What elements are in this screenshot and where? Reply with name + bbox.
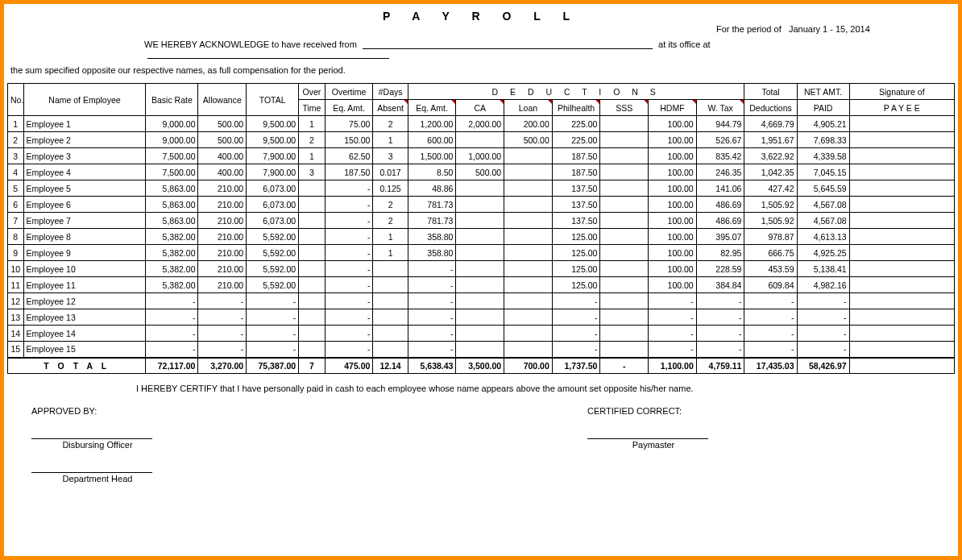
cell-basic: 9,000.00	[146, 132, 198, 148]
cell-tded: -	[744, 326, 797, 342]
cell-wtax: -	[696, 309, 744, 326]
tot-oteq: 475.00	[325, 358, 373, 374]
hdr-total: TOTAL	[247, 84, 299, 116]
hdr-name: Name of Employee	[23, 84, 146, 116]
cell-no: 13	[8, 309, 24, 326]
cell-ca	[456, 213, 504, 229]
hdr-over: Over	[299, 84, 326, 100]
cell-phil: 125.00	[552, 277, 600, 293]
cell-oteq: -	[325, 197, 373, 213]
cell-basic: -	[146, 342, 198, 358]
cell-ca: 500.00	[456, 164, 504, 180]
cell-name: Employee 5	[23, 180, 146, 197]
cell-basic: -	[146, 326, 198, 342]
cell-ca	[456, 293, 504, 309]
cell-ca	[456, 261, 504, 277]
cell-ot	[299, 261, 326, 277]
cell-name: Employee 10	[23, 261, 146, 277]
hdr-time: Time	[299, 100, 326, 116]
cell-name: Employee 3	[23, 148, 146, 164]
cell-loan	[504, 245, 553, 261]
cell-deq: 48.86	[408, 180, 456, 197]
table-row: 3Employee 37,500.00400.007,900.00162.503…	[8, 148, 955, 164]
page-title: P A Y R O L L	[7, 6, 955, 24]
cell-phil: -	[552, 326, 600, 342]
tot-allow: 3,270.00	[198, 358, 247, 374]
cell-hdmf: 100.00	[649, 197, 697, 213]
paymaster-label: Paymaster	[587, 438, 708, 450]
cell-days: 3	[373, 148, 408, 164]
cell-tded: 978.87	[744, 229, 797, 245]
cell-hdmf: 100.00	[649, 164, 697, 180]
cell-net: 7,045.15	[797, 164, 849, 180]
cell-sig	[849, 164, 954, 180]
cell-wtax: 141.06	[696, 180, 744, 197]
cell-allow: 210.00	[198, 197, 247, 213]
cell-net: 4,925.25	[797, 245, 849, 261]
hdr-sig-top: Signature of	[849, 84, 954, 100]
cell-sig	[849, 213, 954, 229]
cell-ca	[456, 132, 504, 148]
cell-sig	[849, 132, 954, 148]
cell-wtax: 395.07	[696, 229, 744, 245]
tot-sss: -	[600, 358, 649, 374]
cell-deq: 600.00	[408, 132, 456, 148]
cell-sss	[600, 245, 649, 261]
cell-phil: -	[552, 293, 600, 309]
cell-days: 1	[373, 229, 408, 245]
tot-deq: 5,638.43	[408, 358, 456, 374]
cell-total: 6,073.00	[247, 180, 299, 197]
tot-phil: 1,737.50	[552, 358, 600, 374]
sum-text: the sum specified opposite our respectiv…	[7, 62, 955, 83]
cell-loan	[504, 309, 553, 326]
hdr-sss: SSS	[600, 100, 649, 116]
cell-basic: 5,382.00	[146, 261, 198, 277]
cell-sss	[600, 213, 649, 229]
hdr-allow: Allowance	[198, 84, 247, 116]
cell-sss	[600, 164, 649, 180]
cell-sig	[849, 309, 954, 326]
cell-wtax: 526.67	[696, 132, 744, 148]
cell-name: Employee 13	[23, 309, 146, 326]
cell-name: Employee 14	[23, 326, 146, 342]
cell-wtax: 486.69	[696, 197, 744, 213]
cell-basic: 5,382.00	[146, 229, 198, 245]
cell-ca	[456, 277, 504, 293]
cell-loan: 200.00	[504, 116, 553, 132]
cell-tded: 453.59	[744, 261, 797, 277]
cell-ot: 1	[299, 116, 326, 132]
hdr-overtime: Overtime	[325, 84, 373, 100]
cell-sss	[600, 342, 649, 358]
cell-no: 3	[8, 148, 24, 164]
hdr-tded-bot: Deductions	[744, 100, 797, 116]
cell-allow: 500.00	[198, 116, 247, 132]
cell-basic: -	[146, 309, 198, 326]
cell-phil: 137.50	[552, 197, 600, 213]
cell-days	[373, 326, 408, 342]
tot-tded: 17,435.03	[744, 358, 797, 374]
cell-deq: 781.73	[408, 197, 456, 213]
cell-total: -	[247, 309, 299, 326]
cell-allow: 500.00	[198, 132, 247, 148]
department-head-label: Department Head	[31, 472, 152, 483]
cell-ca	[456, 326, 504, 342]
cell-oteq: -	[325, 326, 373, 342]
cell-hdmf: 100.00	[649, 180, 697, 197]
cell-basic: 5,382.00	[146, 245, 198, 261]
cell-ot	[299, 245, 326, 261]
cell-oteq: -	[325, 180, 373, 197]
cell-total: 5,592.00	[247, 245, 299, 261]
cell-loan	[504, 148, 553, 164]
cell-phil: -	[552, 342, 600, 358]
table-row: 5Employee 55,863.00210.006,073.00-0.1254…	[8, 180, 955, 197]
cell-basic: 5,863.00	[146, 213, 198, 229]
cell-net: 5,645.59	[797, 180, 849, 197]
cell-hdmf: 100.00	[649, 148, 697, 164]
cell-basic: 5,863.00	[146, 180, 198, 197]
cell-tded: 1,951.67	[744, 132, 797, 148]
tot-ca: 3,500.00	[456, 358, 504, 374]
cell-hdmf: 100.00	[649, 213, 697, 229]
ack-mid: at its office at	[658, 39, 711, 49]
cell-wtax: 486.69	[696, 213, 744, 229]
cell-name: Employee 12	[23, 293, 146, 309]
